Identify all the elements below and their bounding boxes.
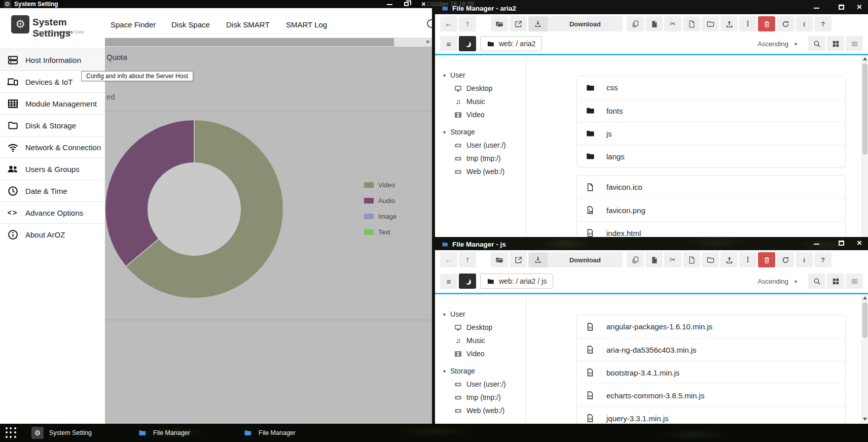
vertical-scrollbar[interactable] bbox=[861, 294, 868, 423]
list-item-file[interactable]: aria-ng-da5356c403.min.js bbox=[577, 338, 845, 361]
settings-horizontal-scrollbar[interactable]: > bbox=[105, 38, 432, 47]
sidebar-item-module-management[interactable]: Module Management bbox=[0, 92, 105, 114]
sidebar-item-advance-options[interactable]: <> Advance Options bbox=[0, 201, 105, 223]
taskbar-item-file-manager-1[interactable]: File Manager bbox=[137, 424, 190, 442]
sort-order-dropdown[interactable]: Ascending ▾ bbox=[751, 36, 803, 51]
fm-titlebar[interactable]: File Manager - aria2 × bbox=[435, 1, 868, 14]
fm-titlebar[interactable]: File Manager - js × bbox=[435, 237, 868, 250]
tree-section-storage[interactable]: ▾ Storage bbox=[443, 364, 526, 378]
new-folder-button[interactable] bbox=[702, 252, 719, 267]
tree-item-tmp-drive[interactable]: tmp (tmp:/) bbox=[443, 391, 526, 404]
list-view-button[interactable] bbox=[846, 274, 863, 289]
dark-mode-button[interactable] bbox=[459, 274, 476, 289]
tab-disk-space[interactable]: Disk Space bbox=[171, 20, 210, 29]
maximize-icon[interactable] bbox=[839, 5, 844, 10]
taskbar-item-system-setting[interactable]: ⚙ System Setting bbox=[31, 424, 92, 442]
scroll-right-icon[interactable]: > bbox=[426, 39, 429, 45]
copy-button[interactable] bbox=[627, 252, 644, 267]
tab-smart-log[interactable]: SMART Log bbox=[286, 20, 327, 29]
minimize-icon[interactable] bbox=[814, 244, 819, 245]
copy-button[interactable] bbox=[627, 16, 644, 31]
close-icon[interactable]: × bbox=[857, 4, 862, 11]
breadcrumb[interactable]: web: / aria2 bbox=[480, 36, 542, 51]
tree-item-user-drive[interactable]: User (user:/) bbox=[443, 139, 526, 152]
sidebar-item-about-aroz[interactable]: About ArOZ bbox=[0, 223, 105, 245]
paste-button[interactable] bbox=[645, 16, 663, 31]
download-button[interactable]: Download bbox=[528, 252, 623, 267]
grid-view-button[interactable] bbox=[827, 36, 844, 51]
grid-view-button[interactable] bbox=[827, 274, 844, 289]
app-launcher-icon[interactable] bbox=[6, 427, 17, 438]
tree-section-user[interactable]: ▾ User bbox=[443, 308, 526, 321]
minimize-icon[interactable] bbox=[814, 8, 819, 9]
menu-button[interactable]: ≡ bbox=[440, 36, 457, 51]
tab-space-finder[interactable]: Space Finder bbox=[111, 20, 156, 29]
delete-button[interactable] bbox=[758, 252, 775, 267]
new-file-button[interactable] bbox=[683, 16, 700, 31]
list-item-file[interactable]: bootstrap-3.4.1.min.js bbox=[577, 361, 845, 384]
open-button[interactable] bbox=[491, 252, 508, 267]
close-icon[interactable]: × bbox=[857, 240, 862, 247]
menu-button[interactable]: ≡ bbox=[440, 274, 457, 289]
taskbar-item-file-manager-2[interactable]: File Manager bbox=[242, 424, 296, 442]
scrollbar-thumb[interactable] bbox=[105, 38, 394, 46]
list-view-button[interactable] bbox=[846, 36, 863, 51]
download-button[interactable]: Download bbox=[528, 16, 623, 31]
properties-button[interactable]: i bbox=[795, 16, 813, 31]
list-item-folder-js[interactable]: js bbox=[577, 122, 845, 145]
breadcrumb[interactable]: web: / aria2 / js bbox=[480, 274, 553, 289]
refresh-button[interactable] bbox=[777, 16, 794, 31]
cut-button[interactable]: ✂ bbox=[664, 16, 681, 31]
sidebar-item-network-connection[interactable]: Network & Connection bbox=[0, 136, 105, 158]
scroll-down-icon[interactable] bbox=[863, 418, 867, 421]
sidebar-item-disk-storage[interactable]: Disk & Storage bbox=[0, 114, 105, 136]
tree-item-video[interactable]: Video bbox=[443, 347, 526, 360]
sidebar-item-date-time[interactable]: Date & Time bbox=[0, 180, 105, 201]
back-button[interactable]: ← bbox=[440, 252, 457, 267]
scroll-up-icon[interactable] bbox=[863, 296, 867, 299]
tree-item-user-drive[interactable]: User (user:/) bbox=[443, 378, 526, 391]
tree-item-desktop[interactable]: Desktop bbox=[443, 321, 526, 334]
minimize-icon[interactable] bbox=[387, 4, 392, 5]
properties-button[interactable]: i bbox=[795, 252, 813, 267]
back-button[interactable]: ← bbox=[440, 16, 457, 31]
tree-item-web-drive[interactable]: Web (web:/) bbox=[443, 404, 526, 417]
up-button[interactable]: ↑ bbox=[459, 252, 476, 267]
tree-section-storage[interactable]: ▾ Storage bbox=[443, 125, 526, 139]
scrollbar-thumb[interactable] bbox=[862, 302, 867, 338]
rename-button[interactable]: I bbox=[739, 16, 756, 31]
list-item-file[interactable]: echarts-common-3.8.5.min.js bbox=[577, 384, 845, 406]
sidebar-item-host-information[interactable]: Host Information bbox=[0, 49, 105, 71]
upload-button[interactable] bbox=[720, 16, 738, 31]
sidebar-item-users-groups[interactable]: Users & Groups bbox=[0, 158, 105, 180]
scroll-up-icon[interactable] bbox=[863, 57, 867, 60]
list-item-file[interactable]: jquery-3.3.1.min.js bbox=[577, 406, 845, 424]
maximize-icon[interactable] bbox=[839, 241, 844, 246]
restore-icon[interactable] bbox=[404, 2, 409, 6]
tree-item-music[interactable]: ♫ Music bbox=[443, 95, 526, 108]
tree-item-video[interactable]: Video bbox=[443, 108, 526, 121]
list-item-folder-css[interactable]: css bbox=[577, 76, 845, 99]
list-item-folder-fonts[interactable]: fonts bbox=[577, 99, 845, 122]
new-folder-button[interactable] bbox=[702, 16, 719, 31]
tab-disk-smart[interactable]: Disk SMART bbox=[226, 20, 270, 29]
tree-item-web-drive[interactable]: Web (web:/) bbox=[443, 165, 526, 178]
upload-button[interactable] bbox=[720, 252, 738, 267]
dark-mode-button[interactable] bbox=[459, 36, 476, 51]
open-in-new-window-button[interactable] bbox=[510, 252, 527, 267]
sort-order-dropdown[interactable]: Ascending ▾ bbox=[751, 274, 803, 289]
tree-item-desktop[interactable]: Desktop bbox=[443, 82, 526, 95]
up-button[interactable]: ↑ bbox=[459, 16, 476, 31]
help-button[interactable]: ? bbox=[814, 16, 831, 31]
cut-button[interactable]: ✂ bbox=[664, 252, 681, 267]
tree-item-tmp-drive[interactable]: tmp (tmp:/) bbox=[443, 152, 526, 165]
help-button[interactable]: ? bbox=[814, 252, 831, 267]
list-item-file[interactable]: favicon.png bbox=[577, 198, 845, 221]
list-item-file[interactable]: favicon.ico bbox=[577, 176, 845, 198]
rename-button[interactable]: I bbox=[739, 252, 756, 267]
list-item-file[interactable]: angular-packages-1.6.10.min.js bbox=[577, 315, 845, 338]
search-button[interactable] bbox=[808, 274, 825, 289]
list-item-folder-langs[interactable]: langs bbox=[577, 145, 845, 167]
tree-item-music[interactable]: ♫ Music bbox=[443, 334, 526, 347]
close-icon[interactable]: × bbox=[421, 1, 426, 8]
